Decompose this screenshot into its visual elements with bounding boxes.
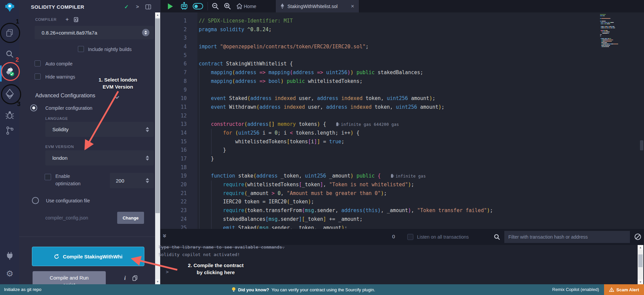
hide-warnings-checkbox[interactable]: [35, 73, 41, 80]
scroll-down-icon[interactable]: ▼: [638, 280, 643, 284]
code-line: 24 stakedBalances[msg.sender][_token] +=…: [160, 215, 644, 224]
code-line: 19 function stake(address _token, uint25…: [160, 172, 644, 181]
search-icon[interactable]: [5, 49, 14, 59]
warning-icon: [609, 287, 614, 292]
transaction-filter-input[interactable]: [504, 231, 630, 243]
zoom-in-icon[interactable]: [224, 0, 231, 12]
line-number: 6: [160, 60, 187, 68]
line-number: 19: [160, 172, 187, 181]
listen-all-transactions-checkbox[interactable]: [407, 234, 413, 240]
use-configuration-file-radio[interactable]: [32, 197, 39, 204]
annotation-number-1: 1: [16, 18, 19, 25]
git-init-status[interactable]: Initialize as git repo: [4, 287, 41, 292]
compile-and-run-button[interactable]: Compile and Run script: [33, 271, 106, 284]
tab-close-icon[interactable]: ×: [351, 3, 354, 9]
add-compiler-icon[interactable]: +: [65, 16, 69, 23]
code-line: 3: [160, 34, 644, 43]
terminal-collapse-icon[interactable]: »: [161, 234, 169, 238]
tab-stakingwithwhitelist[interactable]: StakingWithWhitelist.sol ×: [275, 0, 359, 12]
enable-optimization-label-2: optimization: [55, 181, 81, 186]
annotation-number-3: 3: [17, 101, 20, 108]
copilot-toggle[interactable]: [193, 0, 203, 12]
copy-icon[interactable]: [132, 275, 138, 282]
config-file-name: compiler_config.json: [45, 215, 88, 220]
terminal-search-icon: [494, 234, 500, 242]
minimap[interactable]: [600, 14, 636, 50]
evm-version-label: EVM VERSION: [45, 145, 74, 149]
plugin-manager-icon[interactable]: [5, 251, 14, 260]
tab-title: StakingWithWhitelist.sol: [287, 4, 348, 9]
tab-bar: Home StakingWithWhitelist.sol ×: [160, 0, 644, 12]
clear-console-ban-icon[interactable]: [635, 234, 641, 240]
panel-expand-icon[interactable]: >: [136, 4, 139, 9]
line-number: 20: [160, 181, 187, 189]
terminal-output-line: Solidity copilot not activated!: [158, 252, 240, 257]
compiler-version-select[interactable]: 0.8.26+commit.8a97fa7a: [35, 26, 154, 39]
line-number: 17: [160, 155, 187, 163]
code-line: 18: [160, 163, 644, 172]
panel-scrollbar[interactable]: ▲ ▼: [155, 12, 160, 284]
tip-text: You can verify your contract using the S…: [271, 287, 375, 292]
zoom-out-icon[interactable]: [212, 0, 219, 12]
code-editor[interactable]: 1// SPDX-License-Identifier: MIT2pragma …: [160, 12, 644, 229]
code-line: 2pragma solidity ^0.8.24;: [160, 26, 644, 34]
use-configuration-file-label: Use configuration file: [46, 198, 90, 203]
solidity-compiler-icon[interactable]: [5, 67, 14, 76]
language-label: LANGUAGE: [45, 116, 68, 120]
debugger-icon[interactable]: [5, 110, 14, 120]
listen-all-transactions-label: Listen on all transactions: [417, 234, 469, 240]
pin-panel-icon[interactable]: [145, 4, 151, 11]
info-icon[interactable]: i: [124, 275, 126, 281]
scam-alert-button[interactable]: Scam Alert: [604, 284, 644, 295]
remix-ide: ⚙ 1 2 3 SOLIDITY COMPILER ✓ > COMPILER +…: [0, 0, 644, 295]
terminal-prompt[interactable]: >: [166, 269, 169, 275]
code-line: 4import "@openzeppelin/contracts/token/E…: [160, 43, 644, 51]
line-number: 18: [160, 163, 187, 172]
terminal: » 0 Listen on all transactions Type the …: [160, 229, 644, 284]
run-script-play-icon[interactable]: [168, 0, 173, 12]
code-lines: 1// SPDX-License-Identifier: MIT2pragma …: [160, 17, 644, 229]
scroll-down-icon[interactable]: ▼: [155, 279, 160, 284]
runs-stepper-icon[interactable]: [146, 178, 149, 183]
copilot-status[interactable]: Remix Copilot (enabled): [552, 287, 599, 292]
ai-copilot-robot-icon[interactable]: [180, 0, 189, 12]
line-number: 3: [160, 34, 187, 43]
active-plugin-indicator: [0, 65, 2, 82]
include-nightly-checkbox[interactable]: [78, 46, 84, 52]
terminal-scrollbar[interactable]: ▲ ▼: [638, 245, 643, 284]
transaction-count-badge: 0: [392, 234, 395, 239]
deploy-run-icon[interactable]: [5, 89, 14, 99]
optimization-runs-input[interactable]: 200: [110, 173, 154, 188]
language-select[interactable]: Solidity: [45, 122, 154, 137]
toolbar-divider: [208, 2, 208, 10]
enable-optimization-label-1: Enable: [55, 174, 70, 179]
change-config-button[interactable]: Change: [117, 212, 144, 224]
auto-compile-checkbox[interactable]: [35, 60, 41, 66]
home-tab[interactable]: Home: [244, 0, 256, 12]
evm-version-select[interactable]: london: [45, 150, 154, 165]
remix-logo-icon[interactable]: [5, 3, 14, 12]
home-icon[interactable]: [236, 0, 243, 12]
terminal-output-line: Type the library name to see available c…: [158, 245, 285, 250]
compiler-configuration-radio[interactable]: [30, 104, 37, 111]
enable-optimization-checkbox[interactable]: [45, 174, 51, 180]
line-number: 9: [160, 86, 187, 95]
file-explorer-icon[interactable]: [5, 28, 14, 38]
code-line: 5: [160, 51, 644, 60]
advanced-configurations-heading[interactable]: Advanced Configurations: [35, 93, 95, 99]
git-icon[interactable]: [5, 126, 14, 135]
settings-gear-icon[interactable]: ⚙: [5, 269, 14, 278]
reload-compiler-icon[interactable]: [74, 17, 79, 24]
tip-bold: Did you know?: [238, 287, 269, 292]
scroll-up-icon[interactable]: ▲: [638, 245, 643, 250]
editor-scrollbar-thumb[interactable]: [640, 140, 643, 150]
code-line: 20 require(whitelistedTokens[_token], "T…: [160, 181, 644, 189]
code-line: 21 require(_amount > 0, "Amount must be …: [160, 189, 644, 198]
code-line: 25 emit Staked(msg.sender, _token, _amou…: [160, 224, 644, 229]
chevron-down-icon[interactable]: [114, 94, 120, 100]
compile-button[interactable]: Compile StakingWithWhi: [32, 247, 144, 266]
version-stepper-icon[interactable]: [142, 29, 149, 36]
terminal-scrollbar-thumb[interactable]: [638, 254, 643, 267]
panel-scrollbar-thumb[interactable]: [155, 18, 160, 213]
scroll-up-icon[interactable]: ▲: [155, 12, 160, 17]
